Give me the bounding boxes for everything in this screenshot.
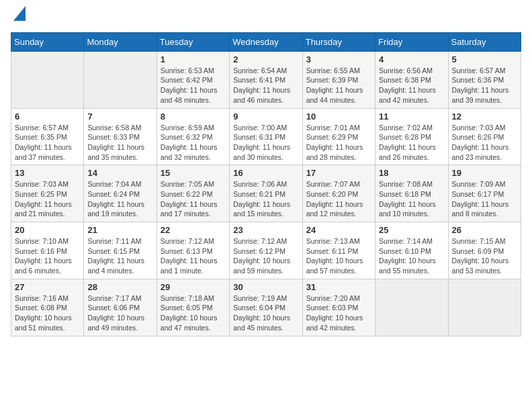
day-number: 18 [379,168,444,178]
calendar-cell [11,51,84,108]
calendar-cell: 31Sunrise: 7:20 AM Sunset: 6:03 PM Dayli… [302,279,375,336]
calendar-cell: 23Sunrise: 7:12 AM Sunset: 6:12 PM Dayli… [230,222,302,279]
day-number: 12 [452,111,517,122]
day-number: 30 [233,282,298,292]
calendar-cell: 24Sunrise: 7:13 AM Sunset: 6:11 PM Dayli… [302,222,375,279]
calendar-week-row: 6Sunrise: 6:57 AM Sunset: 6:35 PM Daylig… [11,108,521,165]
day-info: Sunrise: 7:04 AM Sunset: 6:24 PM Dayligh… [87,179,152,219]
calendar-header-friday: Friday [375,32,448,51]
calendar-cell: 4Sunrise: 6:56 AM Sunset: 6:38 PM Daylig… [375,51,448,108]
calendar-cell [448,279,521,336]
day-info: Sunrise: 6:55 AM Sunset: 6:39 PM Dayligh… [306,66,371,105]
calendar-header-monday: Monday [84,32,157,51]
day-info: Sunrise: 7:13 AM Sunset: 6:11 PM Dayligh… [306,236,371,276]
calendar-cell: 28Sunrise: 7:17 AM Sunset: 6:06 PM Dayli… [84,279,157,336]
calendar-cell: 6Sunrise: 6:57 AM Sunset: 6:35 PM Daylig… [11,108,84,165]
day-info: Sunrise: 7:14 AM Sunset: 6:10 PM Dayligh… [379,236,444,276]
calendar-cell [84,51,157,108]
day-info: Sunrise: 7:01 AM Sunset: 6:29 PM Dayligh… [306,123,371,163]
day-number: 13 [15,168,80,178]
calendar-cell [375,279,448,336]
day-number: 16 [233,168,298,178]
page-header [11,11,521,24]
calendar-cell: 22Sunrise: 7:12 AM Sunset: 6:13 PM Dayli… [157,222,229,279]
day-number: 10 [306,111,371,122]
calendar-cell: 14Sunrise: 7:04 AM Sunset: 6:24 PM Dayli… [84,165,157,222]
day-info: Sunrise: 7:20 AM Sunset: 6:03 PM Dayligh… [306,293,371,333]
day-info: Sunrise: 6:53 AM Sunset: 6:42 PM Dayligh… [161,66,226,105]
day-info: Sunrise: 7:03 AM Sunset: 6:26 PM Dayligh… [452,123,517,163]
day-number: 31 [306,282,371,292]
day-info: Sunrise: 7:09 AM Sunset: 6:17 PM Dayligh… [452,179,517,219]
day-number: 26 [452,225,517,235]
calendar-cell: 13Sunrise: 7:03 AM Sunset: 6:25 PM Dayli… [11,165,84,222]
day-info: Sunrise: 7:12 AM Sunset: 6:13 PM Dayligh… [161,236,226,276]
calendar-cell: 17Sunrise: 7:07 AM Sunset: 6:20 PM Dayli… [302,165,375,222]
day-info: Sunrise: 7:17 AM Sunset: 6:06 PM Dayligh… [87,293,152,333]
calendar-cell: 7Sunrise: 6:58 AM Sunset: 6:33 PM Daylig… [84,108,157,165]
calendar-week-row: 20Sunrise: 7:10 AM Sunset: 6:16 PM Dayli… [11,222,521,279]
calendar-cell: 9Sunrise: 7:00 AM Sunset: 6:31 PM Daylig… [230,108,302,165]
day-info: Sunrise: 7:06 AM Sunset: 6:21 PM Dayligh… [233,179,298,219]
day-info: Sunrise: 6:59 AM Sunset: 6:32 PM Dayligh… [161,123,226,163]
day-info: Sunrise: 7:05 AM Sunset: 6:22 PM Dayligh… [161,179,226,219]
calendar-week-row: 1Sunrise: 6:53 AM Sunset: 6:42 PM Daylig… [11,51,521,108]
calendar-header-wednesday: Wednesday [230,32,302,51]
day-number: 29 [161,282,226,292]
day-number: 9 [233,111,298,122]
logo [11,11,26,24]
day-number: 17 [306,168,371,178]
day-number: 7 [87,111,152,122]
day-info: Sunrise: 7:19 AM Sunset: 6:04 PM Dayligh… [233,293,298,333]
day-info: Sunrise: 7:12 AM Sunset: 6:12 PM Dayligh… [233,236,298,276]
calendar-cell: 8Sunrise: 6:59 AM Sunset: 6:32 PM Daylig… [157,108,229,165]
day-info: Sunrise: 7:16 AM Sunset: 6:08 PM Dayligh… [15,293,80,333]
day-info: Sunrise: 7:18 AM Sunset: 6:05 PM Dayligh… [161,293,226,333]
day-number: 15 [161,168,226,178]
calendar-week-row: 27Sunrise: 7:16 AM Sunset: 6:08 PM Dayli… [11,279,521,336]
calendar-cell: 26Sunrise: 7:15 AM Sunset: 6:09 PM Dayli… [448,222,521,279]
day-number: 24 [306,225,371,235]
day-number: 21 [87,225,152,235]
day-info: Sunrise: 7:03 AM Sunset: 6:25 PM Dayligh… [15,179,80,219]
day-number: 20 [15,225,80,235]
day-number: 6 [15,111,80,122]
calendar-cell: 18Sunrise: 7:08 AM Sunset: 6:18 PM Dayli… [375,165,448,222]
calendar-cell: 3Sunrise: 6:55 AM Sunset: 6:39 PM Daylig… [302,51,375,108]
calendar-cell: 12Sunrise: 7:03 AM Sunset: 6:26 PM Dayli… [448,108,521,165]
day-info: Sunrise: 6:58 AM Sunset: 6:33 PM Dayligh… [87,123,152,163]
day-number: 11 [379,111,444,122]
calendar-table: SundayMondayTuesdayWednesdayThursdayFrid… [11,32,521,336]
day-number: 1 [161,54,226,64]
day-info: Sunrise: 7:02 AM Sunset: 6:28 PM Dayligh… [379,123,444,163]
logo-icon [13,6,26,21]
calendar-cell: 21Sunrise: 7:11 AM Sunset: 6:15 PM Dayli… [84,222,157,279]
day-info: Sunrise: 7:10 AM Sunset: 6:16 PM Dayligh… [15,236,80,276]
day-info: Sunrise: 7:15 AM Sunset: 6:09 PM Dayligh… [452,236,517,276]
day-number: 28 [87,282,152,292]
calendar-cell: 29Sunrise: 7:18 AM Sunset: 6:05 PM Dayli… [157,279,229,336]
calendar-cell: 2Sunrise: 6:54 AM Sunset: 6:41 PM Daylig… [230,51,302,108]
calendar-header-thursday: Thursday [302,32,375,51]
calendar-header-row: SundayMondayTuesdayWednesdayThursdayFrid… [11,32,521,51]
day-number: 4 [379,54,444,64]
calendar-cell: 11Sunrise: 7:02 AM Sunset: 6:28 PM Dayli… [375,108,448,165]
day-number: 8 [161,111,226,122]
day-info: Sunrise: 6:57 AM Sunset: 6:35 PM Dayligh… [15,123,80,163]
calendar-cell: 15Sunrise: 7:05 AM Sunset: 6:22 PM Dayli… [157,165,229,222]
calendar-cell: 27Sunrise: 7:16 AM Sunset: 6:08 PM Dayli… [11,279,84,336]
day-info: Sunrise: 6:54 AM Sunset: 6:41 PM Dayligh… [233,66,298,105]
calendar-cell: 16Sunrise: 7:06 AM Sunset: 6:21 PM Dayli… [230,165,302,222]
day-number: 27 [15,282,80,292]
day-number: 19 [452,168,517,178]
calendar-cell: 10Sunrise: 7:01 AM Sunset: 6:29 PM Dayli… [302,108,375,165]
calendar-cell: 5Sunrise: 6:57 AM Sunset: 6:36 PM Daylig… [448,51,521,108]
calendar-cell: 19Sunrise: 7:09 AM Sunset: 6:17 PM Dayli… [448,165,521,222]
calendar-cell: 1Sunrise: 6:53 AM Sunset: 6:42 PM Daylig… [157,51,229,108]
day-number: 2 [233,54,298,64]
day-number: 3 [306,54,371,64]
calendar-header-saturday: Saturday [448,32,521,51]
calendar-week-row: 13Sunrise: 7:03 AM Sunset: 6:25 PM Dayli… [11,165,521,222]
calendar-cell: 20Sunrise: 7:10 AM Sunset: 6:16 PM Dayli… [11,222,84,279]
day-info: Sunrise: 7:08 AM Sunset: 6:18 PM Dayligh… [379,179,444,219]
